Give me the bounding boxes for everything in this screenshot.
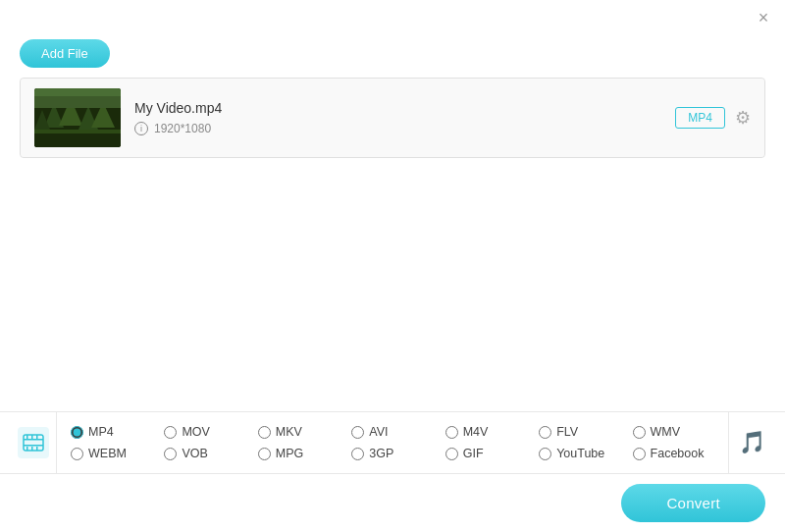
settings-icon[interactable]: ⚙ bbox=[735, 107, 751, 129]
format-option-webm[interactable]: WEBM bbox=[67, 445, 160, 462]
file-actions: MP4 ⚙ bbox=[675, 107, 751, 129]
file-resolution: 1920*1080 bbox=[154, 122, 211, 135]
convert-button[interactable]: Convert bbox=[621, 484, 765, 522]
format-radio-avi[interactable] bbox=[351, 426, 364, 439]
title-bar: × bbox=[0, 0, 785, 35]
format-option-gif[interactable]: GIF bbox=[442, 445, 535, 462]
convert-area: Convert bbox=[0, 474, 785, 532]
video-format-tab[interactable] bbox=[10, 412, 57, 473]
format-label-avi: AVI bbox=[369, 425, 388, 439]
format-badge[interactable]: MP4 bbox=[675, 107, 725, 129]
add-file-button[interactable]: Add File bbox=[20, 39, 110, 68]
format-label-vob: VOB bbox=[182, 447, 207, 460]
svg-rect-17 bbox=[31, 447, 33, 451]
file-meta: i 1920*1080 bbox=[134, 122, 675, 135]
svg-rect-10 bbox=[34, 88, 121, 96]
main-content bbox=[0, 158, 785, 403]
format-option-3gp[interactable]: 3GP bbox=[347, 445, 441, 462]
format-radio-mpg[interactable] bbox=[258, 448, 271, 460]
format-radio-mkv[interactable] bbox=[258, 426, 271, 439]
header: Add File bbox=[0, 35, 785, 78]
audio-format-tab[interactable]: 🎵 bbox=[728, 412, 775, 473]
svg-rect-19 bbox=[36, 447, 38, 451]
file-list: My Video.mp4 i 1920*1080 MP4 ⚙ bbox=[20, 78, 765, 158]
format-radio-flv[interactable] bbox=[539, 426, 551, 439]
format-label-mp4: MP4 bbox=[88, 425, 114, 439]
file-item: My Video.mp4 i 1920*1080 MP4 ⚙ bbox=[21, 79, 764, 157]
file-thumbnail bbox=[34, 88, 121, 147]
film-icon bbox=[18, 427, 49, 458]
bottom-panel: MP4MOVMKVAVIM4VFLVWMVWEBMVOBMPG3GPGIFYou… bbox=[0, 411, 785, 532]
close-button[interactable]: × bbox=[754, 8, 773, 27]
format-label-gif: GIF bbox=[463, 447, 484, 460]
format-option-mpg[interactable]: MPG bbox=[254, 445, 347, 462]
format-radio-m4v[interactable] bbox=[445, 426, 458, 439]
format-label-m4v: M4V bbox=[463, 425, 489, 439]
format-label-mov: MOV bbox=[182, 425, 209, 439]
format-radio-mp4[interactable] bbox=[71, 426, 83, 439]
info-icon: i bbox=[134, 122, 148, 135]
format-option-mov[interactable]: MOV bbox=[160, 423, 253, 441]
format-option-wmv[interactable]: WMV bbox=[629, 423, 722, 441]
format-radio-vob[interactable] bbox=[164, 448, 177, 460]
format-option-vob[interactable]: VOB bbox=[160, 445, 253, 462]
format-radio-mov[interactable] bbox=[164, 426, 177, 439]
format-label-webm: WEBM bbox=[88, 447, 127, 460]
format-radio-3gp[interactable] bbox=[351, 448, 364, 460]
format-radio-facebook[interactable] bbox=[633, 448, 646, 460]
format-options: MP4MOVMKVAVIM4VFLVWMVWEBMVOBMPG3GPGIFYou… bbox=[67, 415, 722, 470]
format-option-mkv[interactable]: MKV bbox=[254, 423, 347, 441]
format-label-flv: FLV bbox=[556, 425, 578, 439]
svg-rect-14 bbox=[26, 435, 28, 439]
svg-rect-18 bbox=[36, 435, 38, 439]
format-label-facebook: Facebook bbox=[651, 447, 705, 460]
format-option-mp4[interactable]: MP4 bbox=[67, 423, 160, 441]
file-info: My Video.mp4 i 1920*1080 bbox=[134, 100, 675, 135]
format-radio-youtube[interactable] bbox=[539, 448, 551, 460]
format-bar: MP4MOVMKVAVIM4VFLVWMVWEBMVOBMPG3GPGIFYou… bbox=[0, 412, 785, 474]
format-label-mkv: MKV bbox=[276, 425, 302, 439]
format-label-wmv: WMV bbox=[651, 425, 681, 439]
format-label-3gp: 3GP bbox=[369, 447, 393, 460]
format-option-avi[interactable]: AVI bbox=[347, 423, 441, 441]
format-option-youtube[interactable]: YouTube bbox=[535, 445, 628, 462]
format-option-m4v[interactable]: M4V bbox=[442, 423, 535, 441]
svg-rect-15 bbox=[26, 447, 28, 451]
svg-rect-13 bbox=[24, 445, 43, 447]
svg-rect-12 bbox=[24, 439, 43, 441]
svg-rect-8 bbox=[34, 130, 121, 133]
music-note-icon: 🎵 bbox=[739, 430, 765, 455]
format-option-facebook[interactable]: Facebook bbox=[629, 445, 722, 462]
format-label-mpg: MPG bbox=[276, 447, 303, 460]
format-radio-gif[interactable] bbox=[445, 448, 458, 460]
file-name: My Video.mp4 bbox=[134, 100, 675, 116]
format-label-youtube: YouTube bbox=[556, 447, 604, 460]
svg-rect-16 bbox=[31, 435, 33, 439]
format-option-flv[interactable]: FLV bbox=[535, 423, 628, 441]
format-radio-webm[interactable] bbox=[71, 448, 83, 460]
format-radio-wmv[interactable] bbox=[633, 426, 646, 439]
